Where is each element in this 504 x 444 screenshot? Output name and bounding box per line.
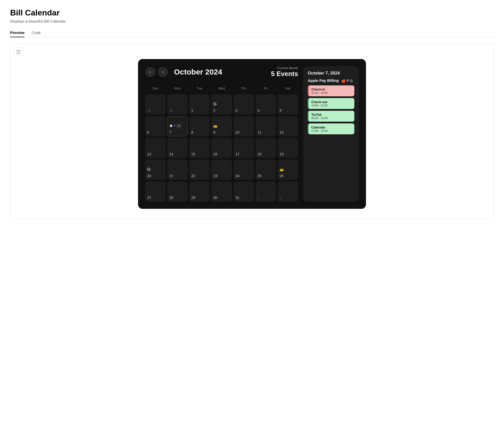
day-number: 10 xyxy=(236,130,252,134)
day-cell[interactable]: 💳26 xyxy=(278,160,298,180)
calendar-detail: October 7, 2024 Apple Pay Billing 🍎 P G … xyxy=(303,66,359,202)
day-number: 20 xyxy=(147,174,164,178)
prev-month-button[interactable]: ‹ xyxy=(145,67,155,77)
day-number: 4 xyxy=(258,108,274,113)
event-icon: 💳 xyxy=(213,124,217,128)
day-cell[interactable]: 23 xyxy=(211,160,232,180)
day-event-icons: 💳 xyxy=(280,168,296,172)
day-cell[interactable]: 12 xyxy=(278,116,298,136)
day-cell[interactable]: 10 xyxy=(234,116,254,136)
day-cell[interactable]: 28 xyxy=(167,181,188,202)
day-cell[interactable]: 21 xyxy=(167,160,188,180)
detail-event-time: 19:00 - 22:00 xyxy=(311,104,352,107)
day-cell[interactable]: 1 xyxy=(256,181,276,202)
day-header-tue: Tue xyxy=(189,85,210,93)
day-number: 26 xyxy=(280,174,296,178)
day-cell[interactable]: 1 xyxy=(189,94,210,115)
day-cell[interactable]: 29 xyxy=(189,181,210,202)
day-cell[interactable]: 31 xyxy=(234,181,254,202)
day-header-fri: Fri xyxy=(256,85,276,93)
day-cell[interactable]: 13 xyxy=(145,138,166,158)
day-number: 7 xyxy=(169,130,185,134)
day-cell[interactable]: 2 xyxy=(278,181,298,202)
calendar-grid: SunMonTueWedThuFriSat2930123456P+178💳910… xyxy=(145,85,298,202)
day-number: 30 xyxy=(213,196,230,200)
calendar-widget: ‹ › October 2024 Current Month 5 Events … xyxy=(138,59,366,209)
detail-event-card: Calendar11:00 - 14:00 xyxy=(308,123,354,134)
day-event-icons: P+1 xyxy=(169,124,185,128)
day-number: 5 xyxy=(280,108,296,113)
detail-event-card: TicTok09:00 - 10:00 xyxy=(308,111,354,122)
day-number: 8 xyxy=(191,130,208,134)
day-cell[interactable]: 25 xyxy=(256,160,276,180)
clipboard-icon: 📋 xyxy=(16,49,21,54)
day-cell[interactable]: 18 xyxy=(256,138,276,158)
day-cell[interactable]: 29 xyxy=(145,94,166,115)
event-icon xyxy=(213,102,217,106)
day-number: 29 xyxy=(147,108,164,113)
day-cell[interactable]: 24 xyxy=(234,160,254,180)
events-count: 5 Events xyxy=(271,70,298,78)
day-cell[interactable]: 4 xyxy=(256,94,276,115)
day-cell[interactable]: 2 xyxy=(211,94,232,115)
day-cell[interactable]: 15 xyxy=(189,138,210,158)
day-event-icons: 💳 xyxy=(213,124,230,128)
day-number: 21 xyxy=(169,174,186,178)
day-cell[interactable]: 30 xyxy=(167,94,188,115)
day-cell[interactable]: 20 xyxy=(145,160,166,180)
day-number: 2 xyxy=(280,196,296,200)
day-header-wed: Wed xyxy=(211,85,232,93)
day-cell[interactable]: 30 xyxy=(211,181,232,202)
day-cell[interactable]: 22 xyxy=(189,160,210,180)
calendar-header: ‹ › October 2024 Current Month 5 Events xyxy=(145,66,298,78)
event-icon: P xyxy=(173,124,176,128)
day-cell[interactable]: 11 xyxy=(256,116,276,136)
day-number: 28 xyxy=(169,196,186,200)
day-number: 16 xyxy=(213,152,230,156)
event-icon xyxy=(169,124,173,128)
detail-title-block: Apple Pay Billing 🍎 P G xyxy=(308,78,354,83)
day-cell[interactable]: 19 xyxy=(278,138,298,158)
day-event-icons xyxy=(147,168,164,172)
day-cell[interactable]: 14 xyxy=(167,138,188,158)
detail-event-time: 15:00 - 16:00 xyxy=(311,91,352,94)
tab-preview[interactable]: Preview xyxy=(10,28,25,37)
detail-event-card: Check-out19:00 - 22:00 xyxy=(308,98,354,109)
day-cell[interactable]: P+17 xyxy=(167,116,188,136)
detail-event-time: 11:00 - 14:00 xyxy=(311,129,352,132)
event-icon: 💳 xyxy=(280,168,284,172)
day-number: 13 xyxy=(147,152,164,156)
day-header-mon: Mon xyxy=(167,85,188,93)
day-number: 18 xyxy=(258,152,274,156)
next-month-button[interactable]: › xyxy=(158,67,168,77)
day-number: 1 xyxy=(258,196,274,200)
page-subtitle: Displays a beautiful Bill Calendar. xyxy=(10,19,494,23)
month-title: October 2024 xyxy=(174,68,222,76)
day-cell[interactable]: 6 xyxy=(145,116,166,136)
day-number: 22 xyxy=(191,174,208,178)
day-number: 9 xyxy=(213,130,230,134)
detail-event-name: Check-out xyxy=(311,100,352,104)
day-number: 23 xyxy=(213,174,230,178)
day-number: 29 xyxy=(191,196,208,200)
day-number: 24 xyxy=(236,174,252,178)
copy-button[interactable]: 📋 xyxy=(14,47,23,56)
day-cell[interactable]: 16 xyxy=(211,138,232,158)
day-number: 2 xyxy=(213,108,230,113)
day-cell[interactable]: 8 xyxy=(189,116,210,136)
day-cell[interactable]: 5 xyxy=(278,94,298,115)
detail-event-name: TicTok xyxy=(311,113,352,117)
tab-code[interactable]: Code xyxy=(32,28,41,37)
day-cell[interactable]: 3 xyxy=(234,94,254,115)
preview-container: 📋 ‹ › October 2024 Current Month 5 Event… xyxy=(10,44,494,219)
day-number: 31 xyxy=(236,196,252,200)
detail-title: Apple Pay Billing xyxy=(308,78,339,83)
day-number: 17 xyxy=(236,152,252,156)
day-number: 6 xyxy=(147,130,164,134)
day-cell[interactable]: 💳9 xyxy=(211,116,232,136)
tab-bar: Preview Code xyxy=(10,28,494,38)
day-number: 15 xyxy=(191,152,208,156)
day-cell[interactable]: 27 xyxy=(145,181,166,202)
calendar-main: ‹ › October 2024 Current Month 5 Events … xyxy=(145,66,298,202)
day-cell[interactable]: 17 xyxy=(234,138,254,158)
